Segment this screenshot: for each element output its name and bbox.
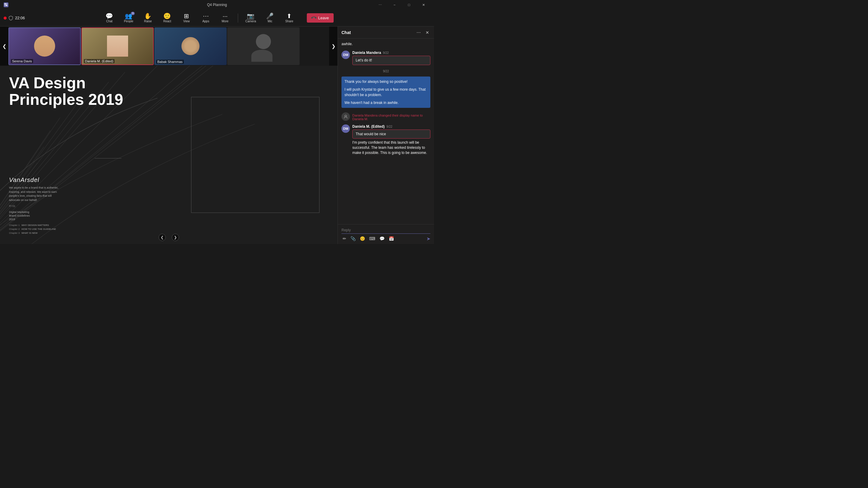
chat-close-button[interactable]: ✕ [424, 30, 430, 36]
thumbnail-babak[interactable]: Babak Shammas [154, 27, 227, 65]
more-icon: ··· [222, 13, 227, 19]
chat-sticker-button[interactable]: 💬 [378, 235, 386, 241]
avatar-daniela [107, 36, 128, 57]
name-change-icon [344, 115, 348, 119]
chapter2-row: Chapter 2 HOW TO USE THE GUIDELINE [9, 227, 58, 231]
chat-plain-daniela-2: I'm pretty confident that this launch wi… [352, 139, 430, 156]
thumb-video-unknown [227, 27, 300, 65]
chat-attach-button[interactable]: 📎 [349, 235, 357, 241]
chat-blue-spacer-2 [344, 98, 427, 100]
svg-point-4 [345, 115, 347, 117]
slide-text-area: VA Design Principles 2019 VanArsdel We a… [0, 66, 152, 244]
slide-chapters: Digital Marketing Brand Guidelines 2019 … [9, 210, 143, 235]
chapter-list: Chapter 1 WHY DESIGN MATTERS Chapter 2 H… [9, 223, 58, 235]
people-count: 9 [131, 12, 135, 15]
share-icon: ⬆ [287, 13, 292, 19]
more-button[interactable]: ··· More [216, 12, 234, 24]
people-button[interactable]: 👥 9 People [120, 12, 138, 24]
chat-header-actions: ⋯ ✕ [415, 30, 430, 36]
window-controls: ⋯ − □ ✕ [373, 0, 430, 10]
chat-msg-header-daniela-2: Daniela M. (Edited) 9/22 [352, 124, 430, 129]
more-label: More [221, 20, 228, 23]
chat-schedule-button[interactable]: 📅 [388, 235, 395, 241]
thumb-video-babak [154, 27, 227, 65]
slide-bottom-area: VanArsdel We aspire to be a brand that i… [9, 176, 143, 235]
camera-icon: 📷 [247, 13, 254, 19]
main-area: ❮ Serena Davis [0, 27, 434, 244]
content-area: ❮ Serena Davis [0, 27, 338, 244]
meeting-toolbar: 22:06 💬 Chat 👥 9 People ✋ Raise 🙂 React … [0, 10, 434, 27]
chat-date-divider: 9/22 [341, 68, 430, 74]
digital-marketing: Digital Marketing [9, 210, 143, 214]
chat-format-button[interactable]: ✏ [341, 235, 347, 241]
head-unknown [256, 34, 271, 49]
chat-blue-block: Thank you for always being so positive! … [341, 76, 430, 108]
share-label: Share [285, 20, 293, 23]
chapter3-row: Chapter 3 WHAT IS NEW [9, 231, 58, 235]
chat-avatar-daniela-1: DM [341, 51, 350, 59]
thumb-name-daniela: Daniela M. (Edited) [84, 59, 115, 63]
thumb-next-button[interactable]: ❯ [329, 27, 338, 66]
slide-prev-button[interactable]: ❮ [158, 234, 166, 241]
minimize-button[interactable]: − [388, 0, 401, 10]
chat-bubble-daniela-2: That would be nice [352, 130, 430, 139]
thumbnail-daniela[interactable]: Daniela M. (Edited) [82, 27, 154, 65]
chapter3-title: WHAT IS NEW [22, 231, 58, 235]
title-bar-left [4, 2, 8, 7]
chat-blue-line-1: Thank you for always being so positive! [344, 79, 427, 84]
brand-guidelines: Brand Guidelines [9, 214, 143, 217]
chapter1-row: Chapter 1 WHY DESIGN MATTERS [9, 223, 58, 227]
view-icon: ⊞ [184, 13, 189, 19]
chat-input-row [341, 227, 430, 234]
slide-next-button[interactable]: ❯ [172, 234, 179, 241]
leave-button[interactable]: 📞 Leave [307, 13, 334, 23]
body-unknown [251, 50, 273, 62]
chat-reply-input[interactable] [341, 227, 430, 234]
chat-system-message: Daniela Mandera changed their display na… [341, 111, 430, 122]
chat-bubble-daniela-1: Let's do it! [352, 56, 430, 65]
toolbar-left-section: 22:06 [4, 16, 25, 21]
chat-icon: 💬 [105, 13, 113, 19]
slide-content: VA Design Principles 2019 VanArsdel We a… [0, 66, 338, 244]
people-label: People [124, 20, 133, 23]
thumbnail-unknown[interactable] [227, 27, 300, 65]
apps-button[interactable]: ⋯ Apps [197, 12, 215, 24]
mic-button[interactable]: 🎤 Mic [261, 12, 279, 24]
chat-sender-daniela-2: Daniela M. (Edited) [352, 124, 384, 129]
thumbnails-inner: Serena Davis Daniela M. (Edited) [8, 27, 329, 65]
svg-rect-3 [6, 5, 7, 6]
chat-emoji-button[interactable]: 😊 [359, 235, 366, 241]
apps-label: Apps [202, 20, 209, 23]
participant-thumbnails: ❮ Serena Davis [0, 27, 338, 66]
slide-title-area: VA Design Principles 2019 [9, 75, 143, 107]
raise-label: Raise [144, 20, 152, 23]
chat-message-group-daniela-2: DM Daniela M. (Edited) 9/22 That would b… [341, 124, 430, 157]
chat-blue-line-2: I will push Krystal to give us a few mor… [344, 87, 427, 98]
chat-messages: awhile. DM Daniela Mandera 9/22 Let's do… [338, 38, 434, 224]
share-button[interactable]: ⬆ Share [280, 12, 299, 24]
close-button[interactable]: ✕ [416, 0, 430, 10]
raise-icon: ✋ [144, 13, 152, 19]
chat-sender-daniela-1: Daniela Mandera [352, 51, 381, 55]
chat-blue-line-3: We haven't had a break in awhile. [344, 100, 427, 105]
thumbnail-serena-davis[interactable]: Serena Davis [8, 27, 81, 65]
chapter2-label: Chapter 2 [9, 227, 22, 231]
raise-button[interactable]: ✋ Raise [139, 12, 157, 24]
maximize-button[interactable]: □ [402, 0, 416, 10]
chat-time-daniela-2: 9/22 [386, 125, 392, 128]
chat-send-button[interactable]: ➤ [427, 236, 430, 241]
chat-panel: Chat ⋯ ✕ awhile. DM Daniela Mandera 9/22 [338, 27, 434, 244]
chat-button[interactable]: 💬 Chat [100, 12, 119, 24]
chat-message-continuation: awhile. [341, 41, 430, 47]
thumb-prev-button[interactable]: ❮ [0, 27, 8, 66]
svg-rect-1 [6, 3, 7, 4]
react-button[interactable]: 🙂 React [158, 12, 176, 24]
app-icon [4, 2, 8, 7]
camera-button[interactable]: 📷 Camera [242, 12, 260, 24]
chat-giphy-button[interactable]: ⌨ [368, 235, 376, 241]
more-button[interactable]: ⋯ [373, 0, 387, 10]
view-button[interactable]: ⊞ View [178, 12, 195, 24]
chapter3-label: Chapter 3 [9, 231, 22, 235]
chat-label: Chat [106, 20, 113, 23]
chat-more-button[interactable]: ⋯ [415, 30, 422, 36]
